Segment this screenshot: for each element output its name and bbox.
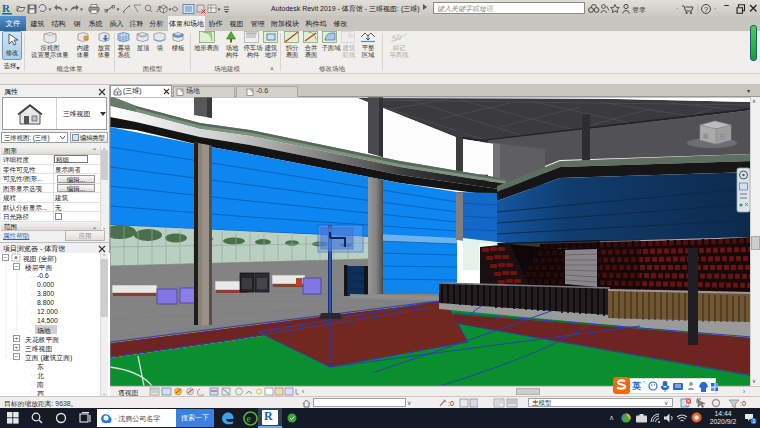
svg-text:R: R <box>2 2 11 14</box>
svg-text:·: · <box>676 4 679 13</box>
svg-text::0: :0 <box>740 400 746 407</box>
svg-text:前: 前 <box>702 133 709 139</box>
svg-text:1: 1 <box>752 418 755 424</box>
svg-text:‹: ‹ <box>302 388 305 395</box>
svg-text:50: 50 <box>391 33 402 44</box>
svg-text:e: e <box>247 413 252 424</box>
svg-text::0: :0 <box>448 400 454 407</box>
svg-text:右: 右 <box>719 132 726 140</box>
svg-text:登录: 登录 <box>632 6 646 14</box>
svg-text:·: · <box>714 4 717 13</box>
svg-text:?: ? <box>704 5 709 14</box>
